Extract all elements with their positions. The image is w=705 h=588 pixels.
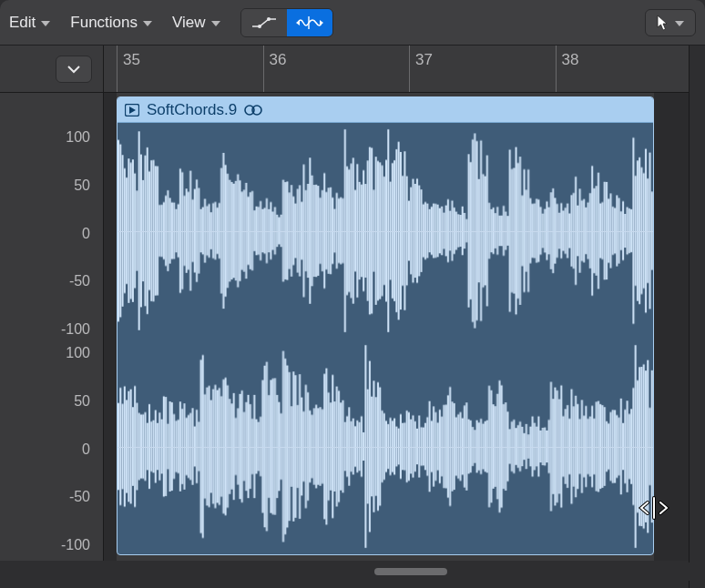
trim-cursor-icon	[638, 495, 670, 521]
editor-toolbar: Edit Functions View	[0, 0, 705, 46]
amplitude-scale-ch1: 100500-50-100	[0, 129, 103, 345]
waveform-channel-left[interactable]	[118, 123, 653, 339]
amplitude-label: 0	[82, 441, 90, 458]
right-edge-strip	[689, 46, 705, 588]
pointer-icon	[657, 15, 669, 31]
functions-menu-label: Functions	[70, 14, 138, 32]
svg-marker-3	[320, 20, 323, 25]
chevron-down-icon	[211, 21, 220, 26]
amplitude-label: -50	[69, 489, 90, 505]
waveform-wrap	[118, 123, 653, 554]
edit-menu-label: Edit	[9, 14, 36, 32]
inactive-area-left	[104, 93, 117, 561]
chevron-down-icon	[41, 21, 50, 26]
svg-marker-2	[296, 20, 300, 25]
horizontal-scrollbar[interactable]	[104, 563, 705, 581]
amplitude-label: -100	[61, 321, 90, 338]
workspace: 100500-50-100 100500-50-100 SoftChords.9	[0, 93, 705, 561]
ruler-tick: 35	[117, 46, 140, 92]
tool-toggle-group	[240, 8, 333, 37]
chevron-down-icon	[143, 21, 152, 26]
amplitude-label: 50	[74, 393, 90, 410]
amplitude-label: 50	[74, 177, 90, 194]
catch-playhead-button[interactable]	[56, 56, 92, 83]
ruler-tick: 36	[263, 46, 287, 92]
svg-marker-6	[129, 106, 136, 114]
audio-region[interactable]: SoftChords.9	[117, 96, 654, 555]
track-area[interactable]: SoftChords.9	[104, 93, 705, 561]
svg-point-1	[267, 17, 271, 21]
automation-tool-button[interactable]	[241, 9, 287, 36]
amplitude-label: 0	[82, 226, 90, 242]
waveform-channel-right[interactable]	[118, 339, 653, 554]
ruler-gutter	[0, 46, 104, 93]
region-header[interactable]: SoftChords.9	[118, 97, 653, 123]
view-menu[interactable]: View	[172, 14, 220, 32]
functions-menu[interactable]: Functions	[70, 14, 152, 32]
scroll-thumb[interactable]	[374, 568, 447, 575]
region-name-label: SoftChords.9	[147, 101, 237, 119]
amplitude-label: 100	[66, 129, 90, 146]
chevron-down-icon	[675, 21, 684, 26]
amplitude-label: -100	[61, 537, 90, 553]
ruler-row: 3536373839	[0, 46, 705, 93]
flex-tool-button[interactable]	[287, 9, 332, 36]
bar-ruler[interactable]: 3536373839	[104, 46, 705, 93]
ruler-tick: 37	[409, 46, 433, 92]
catch-icon	[66, 64, 81, 75]
amplitude-gutter: 100500-50-100 100500-50-100	[0, 93, 104, 561]
amplitude-label: -50	[69, 273, 90, 289]
edit-menu[interactable]: Edit	[9, 14, 50, 32]
ruler-tick: 38	[556, 46, 579, 92]
amplitude-label: 100	[66, 345, 90, 361]
pointer-tool-button[interactable]	[645, 9, 696, 36]
flex-icon	[296, 15, 323, 30]
play-icon	[125, 104, 139, 117]
view-menu-label: View	[172, 14, 206, 32]
automation-icon	[251, 16, 277, 29]
svg-point-0	[258, 25, 261, 28]
loop-icon	[244, 104, 262, 117]
amplitude-scale-ch2: 100500-50-100	[0, 345, 103, 561]
